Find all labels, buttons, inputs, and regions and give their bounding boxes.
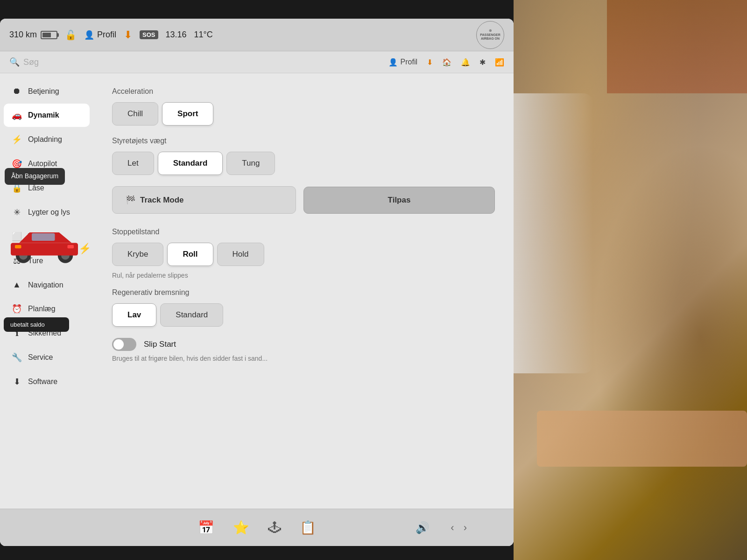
svg-rect-6 [15, 245, 21, 248]
search-bar: 🔍 Søg 👤 Profil ⬇ 🏠 🔔 ✱ 📶 [0, 51, 514, 73]
sidebar-icon-opladning: ⚡ [11, 134, 22, 145]
acceleration-sport[interactable]: Sport [162, 102, 213, 126]
profile-button[interactable]: 👤 Profil [84, 30, 116, 40]
taskbar-calendar[interactable]: 📅 [198, 520, 214, 535]
battery-km: 310 km [9, 30, 37, 40]
taskbar-gamepad[interactable]: 🕹 [268, 520, 281, 535]
header-profile-label: Profil [401, 58, 417, 66]
sidebar-label-betjening: Betjening [28, 87, 59, 96]
screen-glow [514, 93, 593, 373]
header-signal-icon: 📶 [495, 58, 504, 67]
track-mode-label: Track Mode [140, 196, 184, 205]
stop-krybe[interactable]: Krybe [112, 243, 163, 266]
battery-icon [41, 31, 57, 39]
sos-badge: SOS [140, 30, 158, 39]
steering-weight-options: Let Standard Tung [112, 152, 495, 175]
main-content: ⏺Betjening🚗Dynamik⚡Opladning🎯Autopilot🔒L… [0, 73, 514, 546]
nav-forward[interactable]: › [464, 522, 467, 534]
profile-icon: 👤 [84, 30, 94, 40]
acceleration-label: Acceleration [112, 87, 495, 96]
svg-rect-7 [68, 245, 74, 248]
header-profile[interactable]: 👤 Profil [388, 58, 417, 67]
acceleration-options: Chill Sport [112, 102, 495, 126]
tilpas-button[interactable]: Tilpas [303, 187, 495, 214]
header-bell[interactable]: 🔔 [461, 58, 470, 67]
search-placeholder: Søg [23, 57, 39, 67]
search-input-area[interactable]: 🔍 Søg [9, 57, 383, 67]
regen-standard[interactable]: Standard [160, 303, 223, 327]
profile-label: Profil [97, 30, 116, 40]
header-profile-icon: 👤 [388, 58, 398, 67]
status-bar: 310 km 🔓 👤 Profil ⬇ SOS 13.16 11°C ⊕ PAS… [0, 19, 514, 51]
steering-weight-label: Styretøjets vægt [112, 137, 495, 145]
sidebar-icon-dynamik: 🚗 [11, 110, 22, 120]
stop-mode-label: Stoppetilstand [112, 228, 495, 236]
sidebar-label-laase: Låse [28, 184, 44, 192]
taskbar-list[interactable]: 📋 [300, 520, 316, 535]
unpaid-balance-button[interactable]: ubetalt saldo [4, 317, 69, 332]
temperature-display: 11°C [194, 30, 213, 40]
lightning-icon: ⚡ [78, 243, 91, 255]
sidebar-item-service[interactable]: 🔧Service [4, 346, 90, 369]
stop-hold[interactable]: Hold [217, 243, 264, 266]
settings-panel: Acceleration Chill Sport Styretøjets væg… [93, 73, 514, 546]
passenger-airbag-indicator: ⊕ PASSENGERAIRBAG ON [476, 21, 504, 49]
nav-back[interactable]: ‹ [451, 522, 454, 534]
sidebar-item-software[interactable]: ⬇Software [4, 370, 90, 393]
battery-info: 310 km [9, 30, 57, 40]
open-trunk-button[interactable]: Åbn Bagagerum [5, 168, 65, 185]
lock-icon: 🔓 [65, 29, 77, 41]
main-screen: 310 km 🔓 👤 Profil ⬇ SOS 13.16 11°C ⊕ PAS… [0, 19, 514, 546]
sidebar-item-dynamik[interactable]: 🚗Dynamik [4, 104, 90, 127]
svg-rect-5 [32, 233, 55, 241]
sidebar-icon-betjening: ⏺ [11, 86, 22, 96]
download-icon[interactable]: ⬇ [124, 29, 132, 41]
sidebar-label-service: Service [28, 353, 53, 362]
acceleration-chill[interactable]: Chill [112, 102, 158, 126]
brick-wall [607, 0, 747, 93]
slip-start-label: Slip Start [144, 340, 176, 349]
steering-let[interactable]: Let [112, 152, 154, 175]
sidebar-icon-service: 🔧 [11, 352, 22, 363]
stop-mode-options: Krybe Roll Hold [112, 243, 495, 266]
header-signal[interactable]: 📶 [495, 58, 504, 67]
car-image [2, 215, 93, 308]
stop-mode-description: Rul, når pedalerne slippes [112, 272, 495, 279]
header-bluetooth-icon: ✱ [479, 58, 486, 67]
regen-braking-label: Regenerativ bremsning [112, 288, 495, 297]
track-mode-button[interactable]: 🏁 Track Mode [112, 186, 296, 214]
regen-lav[interactable]: Lav [112, 303, 156, 327]
sidebar-icon-autopilot: 🎯 [11, 159, 22, 169]
wood-trim [537, 411, 747, 467]
sidebar-label-autopilot: Autopilot [28, 160, 57, 168]
sidebar-label-opladning: Opladning [28, 135, 62, 144]
header-home[interactable]: 🏠 [442, 58, 451, 67]
nav-arrows: ‹ › [451, 522, 467, 534]
steering-standard[interactable]: Standard [158, 152, 223, 175]
track-mode-icon: 🏁 [126, 195, 135, 205]
slip-start-toggle[interactable] [112, 338, 136, 351]
slip-start-description: Bruges til at frigøre bilen, hvis den si… [112, 355, 495, 362]
sidebar-item-opladning[interactable]: ⚡Opladning [4, 128, 90, 151]
steering-tung[interactable]: Tung [226, 152, 275, 175]
taskbar-star[interactable]: ⭐ [233, 520, 249, 535]
track-mode-row: 🏁 Track Mode Tilpas [112, 186, 495, 214]
search-icon: 🔍 [9, 57, 20, 67]
header-download-icon: ⬇ [427, 58, 433, 67]
stop-roll[interactable]: Roll [167, 243, 213, 266]
sidebar-label-dynamik: Dynamik [28, 111, 59, 119]
sidebar-label-software: Software [28, 378, 57, 386]
slip-start-row: Slip Start [112, 338, 495, 351]
header-home-icon: 🏠 [442, 58, 451, 67]
header-download[interactable]: ⬇ [427, 58, 433, 67]
time-display: 13.16 [166, 30, 187, 40]
taskbar: 📅 ⭐ 🕹 📋 🔊 ‹ › [0, 509, 514, 546]
regen-braking-options: Lav Standard [112, 303, 495, 327]
header-bell-icon: 🔔 [461, 58, 470, 67]
sidebar: ⏺Betjening🚗Dynamik⚡Opladning🎯Autopilot🔒L… [0, 73, 93, 546]
volume-icon[interactable]: 🔊 [416, 521, 430, 534]
header-icons: 👤 Profil ⬇ 🏠 🔔 ✱ 📶 [388, 58, 504, 67]
svg-rect-4 [11, 243, 78, 256]
sidebar-item-betjening[interactable]: ⏺Betjening [4, 80, 90, 103]
header-bluetooth[interactable]: ✱ [479, 58, 486, 67]
